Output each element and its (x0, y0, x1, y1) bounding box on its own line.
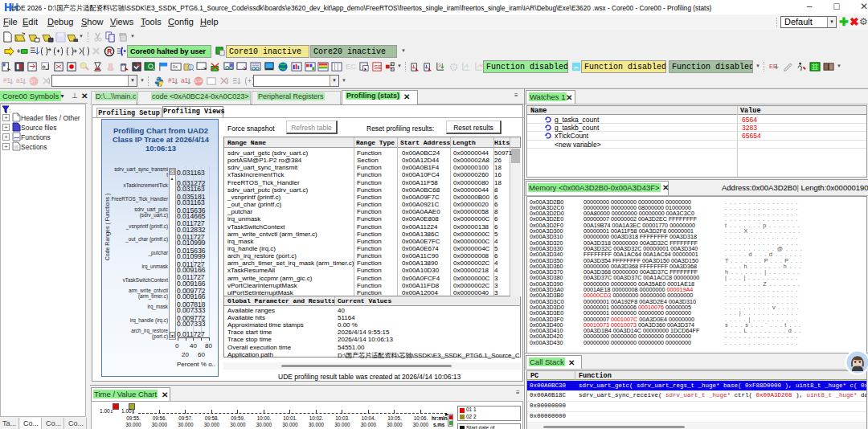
svg-text:ST: ST (31, 80, 35, 84)
svg-text:SE: SE (374, 63, 382, 71)
svg-text:EC: EC (346, 63, 356, 71)
svg-text:EE: EE (769, 63, 777, 70)
svg-text:#1: #1 (3, 76, 11, 84)
svg-text::: : (9, 107, 10, 114)
svg-text:a1: a1 (16, 76, 24, 84)
svg-text:R: R (107, 47, 112, 55)
svg-text:#1: #1 (168, 76, 176, 84)
svg-text:0x: 0x (173, 64, 178, 69)
svg-text:STP: STP (194, 80, 202, 84)
svg-text:a1: a1 (181, 76, 189, 84)
